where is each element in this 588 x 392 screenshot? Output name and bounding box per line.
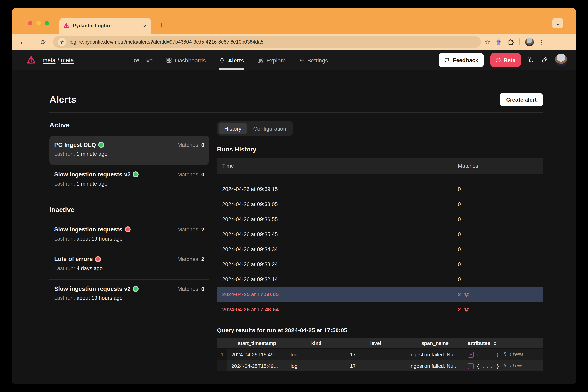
query-results-table: start_timestamp kind level span_name att… bbox=[217, 338, 543, 372]
alert-name: Slow ingestion requests v2 bbox=[54, 285, 138, 292]
alert-last-run: Last run:4 days ago bbox=[54, 266, 204, 271]
list-divider bbox=[49, 309, 209, 309]
nav-item-live[interactable]: Live bbox=[133, 50, 153, 70]
toolbar-right: ☆ ⋮ bbox=[485, 38, 544, 46]
close-window-button[interactable] bbox=[28, 21, 32, 25]
browser-profile-avatar[interactable] bbox=[525, 38, 534, 46]
bookmark-star-icon[interactable]: ☆ bbox=[485, 38, 490, 46]
alerts-bell-icon bbox=[219, 57, 225, 63]
create-alert-button[interactable]: Create alert bbox=[500, 93, 543, 106]
alerts-list-panel: Active PG Ingest DLQ Matches:0 Last run:… bbox=[49, 122, 209, 309]
gear-icon: ⚙ bbox=[299, 57, 304, 64]
cat-extension-icon[interactable] bbox=[495, 38, 503, 46]
header-divider bbox=[49, 112, 543, 113]
active-heading: Active bbox=[49, 122, 209, 129]
run-row-alerted-selected[interactable]: 2024-04-25 at 17:50:05 2 bbox=[217, 287, 543, 302]
browser-menu-icon[interactable]: ⋮ bbox=[539, 39, 544, 45]
tab-history[interactable]: History bbox=[219, 123, 247, 134]
create-alert-label: Create alert bbox=[506, 96, 537, 103]
col-time: Time bbox=[217, 163, 453, 169]
dashboards-grid-icon bbox=[166, 57, 172, 63]
share-link-icon[interactable] bbox=[541, 56, 549, 64]
info-icon bbox=[495, 57, 501, 63]
runs-history-heading: Runs History bbox=[217, 146, 543, 153]
alert-last-run: Last run:1 minute ago bbox=[54, 181, 204, 187]
expand-plus-icon[interactable]: + bbox=[468, 363, 474, 369]
logfire-favicon-icon bbox=[63, 22, 69, 29]
unfold-icon[interactable] bbox=[493, 341, 498, 346]
alert-matches: Matches:2 bbox=[177, 226, 204, 232]
url-bar[interactable]: logfire.pydantic.dev/meta/meta/alerts?al… bbox=[53, 36, 481, 48]
breadcrumb-separator: / bbox=[57, 57, 59, 63]
feedback-label: Feedback bbox=[453, 57, 478, 63]
tab-title: Pydantic Logfire bbox=[73, 23, 142, 28]
status-dot bbox=[134, 286, 138, 290]
row-index: 1 bbox=[217, 349, 227, 360]
alert-name: PG Ingest DLQ bbox=[54, 141, 103, 148]
stage: Pydantic Logfire × + ⌄ ← → ⟳ bbox=[0, 0, 588, 392]
alert-name: Slow ingestion requests v3 bbox=[54, 171, 138, 178]
logfire-logo[interactable] bbox=[26, 55, 36, 65]
run-row[interactable]: 2024-04-26 at 09:35:45 0 bbox=[217, 227, 543, 242]
alert-last-run: Last run:about 19 hours ago bbox=[54, 236, 204, 242]
col-attributes: attributes bbox=[465, 340, 543, 346]
run-row[interactable]: 2024-04-26 at 09:32:14 0 bbox=[217, 272, 543, 287]
breadcrumb-org-link[interactable]: meta bbox=[43, 57, 55, 63]
nav-item-settings[interactable]: ⚙ Settings bbox=[299, 50, 328, 70]
alert-item-lots-of-errors[interactable]: Lots of errors Matches:2 Last run:4 days… bbox=[49, 250, 209, 279]
window-controls bbox=[28, 21, 49, 25]
run-row-clipped[interactable]: 2024-04-26 at 09:40:25 0 bbox=[217, 174, 543, 182]
nav-item-label: Dashboards bbox=[175, 57, 206, 64]
nav-item-explore[interactable]: Explore bbox=[258, 50, 286, 70]
run-row[interactable]: 2024-04-26 at 09:36:55 0 bbox=[217, 212, 543, 227]
nav-item-dashboards[interactable]: Dashboards bbox=[166, 50, 206, 70]
expand-plus-icon[interactable]: + bbox=[468, 352, 474, 358]
run-row[interactable]: 2024-04-26 at 09:34:34 0 bbox=[217, 242, 543, 257]
run-row[interactable]: 2024-04-26 at 09:33:24 0 bbox=[217, 257, 543, 272]
alert-detail-panel: History Configuration Runs History Time … bbox=[217, 122, 543, 372]
alert-item-slow-ingestion-v3[interactable]: Slow ingestion requests v3 Matches:0 Las… bbox=[49, 165, 209, 194]
col-matches: Matches bbox=[453, 163, 543, 169]
status-dot bbox=[125, 227, 129, 231]
run-row[interactable]: 2024-04-26 at 09:39:15 0 bbox=[217, 182, 543, 197]
site-settings-icon[interactable] bbox=[58, 38, 66, 46]
tab-search-button[interactable]: ⌄ bbox=[552, 18, 564, 28]
page-title: Alerts bbox=[49, 94, 500, 105]
attributes-cell: + { ... } 5 items bbox=[465, 363, 543, 369]
speech-bubble-icon bbox=[444, 57, 450, 63]
alert-matches: Matches:0 bbox=[177, 171, 204, 178]
breadcrumb-project-link[interactable]: meta bbox=[61, 57, 74, 63]
run-row[interactable]: 2024-04-26 at 09:38:05 0 bbox=[217, 197, 543, 212]
tab-configuration[interactable]: Configuration bbox=[248, 123, 292, 134]
back-button[interactable]: ← bbox=[17, 38, 28, 46]
alert-item-pg-ingest-dlq[interactable]: PG Ingest DLQ Matches:0 Last run:1 minut… bbox=[49, 136, 209, 165]
browser-tab[interactable]: Pydantic Logfire × bbox=[59, 18, 151, 34]
browser-window: Pydantic Logfire × + ⌄ ← → ⟳ bbox=[12, 8, 576, 384]
alert-item-slow-ingestion[interactable]: Slow ingestion requests Matches:2 Last r… bbox=[49, 220, 209, 250]
minimize-window-button[interactable] bbox=[36, 21, 41, 25]
run-row-alerted[interactable]: 2024-04-25 at 17:48:54 2 bbox=[217, 302, 543, 317]
query-row[interactable]: 2 2024-04-25T15:49... log 17 Ingestion f… bbox=[217, 360, 543, 372]
runs-history-table: Time Matches 2024-04-26 at 09:40:25 0 20… bbox=[217, 158, 543, 317]
chevron-down-icon: ⌄ bbox=[556, 20, 560, 26]
col-span-name: span_name bbox=[405, 340, 465, 346]
reload-button[interactable]: ⟳ bbox=[38, 38, 48, 46]
beta-button[interactable]: Beta bbox=[490, 53, 521, 67]
browser-tabstrip: Pydantic Logfire × + ⌄ bbox=[12, 8, 576, 34]
detail-tabs: History Configuration bbox=[217, 122, 293, 136]
nav-item-alerts[interactable]: Alerts bbox=[219, 50, 244, 70]
tab-close-icon[interactable]: × bbox=[142, 23, 147, 29]
feedback-button[interactable]: Feedback bbox=[439, 53, 484, 67]
user-avatar[interactable] bbox=[555, 54, 568, 66]
theme-toggle-sun-icon[interactable] bbox=[527, 56, 535, 64]
runs-table-header: Time Matches bbox=[217, 158, 543, 174]
status-dot bbox=[99, 142, 103, 146]
app-navbar: meta/meta Live Da bbox=[12, 50, 576, 70]
query-row[interactable]: 1 2024-04-25T15:49... log 17 Ingestion f… bbox=[217, 349, 543, 360]
new-tab-button[interactable]: + bbox=[159, 20, 163, 29]
alert-item-slow-ingestion-v2[interactable]: Slow ingestion requests v2 Matches:0 Las… bbox=[49, 280, 209, 309]
extensions-puzzle-icon[interactable] bbox=[508, 38, 515, 46]
forward-button[interactable]: → bbox=[28, 38, 38, 46]
col-start-timestamp: start_timestamp bbox=[227, 340, 287, 346]
maximize-window-button[interactable] bbox=[45, 21, 49, 25]
